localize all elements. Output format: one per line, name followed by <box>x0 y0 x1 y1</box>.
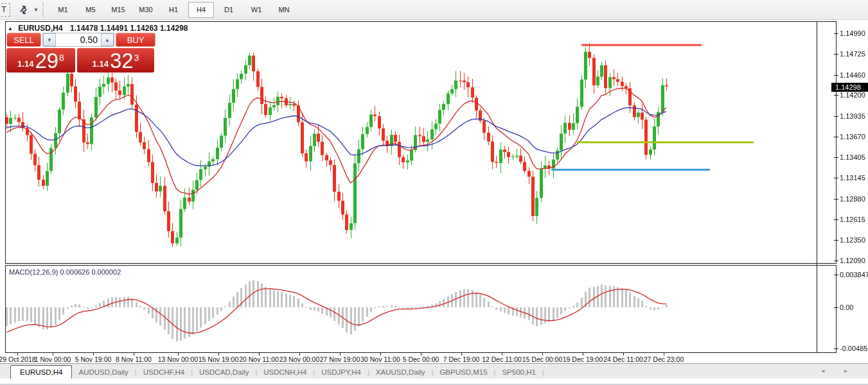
price-axis-label: 1.12880 <box>840 195 865 203</box>
chart-tabs-bar: EURUSD,H4AUDUSD,Daily|USDCHF,H4|USDCAD,D… <box>0 363 868 379</box>
price-axis-label: 1.14725 <box>840 50 865 58</box>
macd-indicator-label: MACD(12,26,9) 0.000626 0.000002 <box>9 268 121 276</box>
chart-tab-usdcnh-h4[interactable]: USDCNH,H4 <box>257 366 313 379</box>
toolbar-grip <box>42 3 44 17</box>
time-axis-label: 5 Dec 00:00 <box>403 355 439 363</box>
sell-price-main: 29 <box>35 51 58 71</box>
timeframe-button-m1[interactable]: M1 <box>50 2 76 18</box>
price-axis-tick <box>834 116 838 117</box>
timeframe-button-h1[interactable]: H1 <box>161 2 186 18</box>
timeframe-button-m30[interactable]: M30 <box>133 2 159 18</box>
chart-tab-audusd-daily[interactable]: AUDUSD,Daily <box>72 366 134 379</box>
price-axis-label: 1.14990 <box>840 30 865 37</box>
price-axis-label: 1.13145 <box>840 174 865 182</box>
time-axis-label: 23 Nov 00:00 <box>279 355 319 363</box>
time-axis-label: 30 Nov 11:00 <box>360 355 400 363</box>
chart-tab-sp500-h1[interactable]: SP500,H1 <box>495 366 542 379</box>
tabs-scroll-icons[interactable]: ◂ ▸ <box>821 367 856 374</box>
time-axis-label: 19 Dec 19:00 <box>563 355 603 363</box>
time-axis-label: 29 Oct 2018 <box>0 355 36 363</box>
sell-price-sup: 8 <box>59 54 64 62</box>
macd-axis-tick <box>834 275 838 275</box>
macd-axis-label: 0.003847 <box>840 271 868 278</box>
chart-tab-gbpusd-m15[interactable]: GBPUSD,M15 <box>433 366 493 379</box>
price-axis-tick <box>834 261 838 261</box>
time-axis-label: 20 Nov 11:00 <box>239 355 279 363</box>
tab-separator: | <box>542 368 544 379</box>
time-axis-label: 27 Nov 19:00 <box>320 355 360 363</box>
price-axis-label: 1.12090 <box>840 257 865 264</box>
volume-increase-button[interactable]: ▲ <box>101 33 114 46</box>
price-axis-label: 1.13405 <box>840 153 865 161</box>
volume-input[interactable] <box>56 33 101 46</box>
arrows-dropdown-caret-icon[interactable]: ▼ <box>33 7 39 13</box>
chart-title: ▲ EURUSD,H4 1.14478 1.14491 1.14263 1.14… <box>8 24 188 33</box>
time-axis-label: 24 Dec 11:00 <box>603 355 643 363</box>
chart-ohlc-values: 1.14478 1.14491 1.14263 1.14298 <box>70 24 188 33</box>
sell-button[interactable]: SELL <box>6 33 41 47</box>
chart-symbol: EURUSD,H4 <box>18 24 62 33</box>
timeframe-button-m15[interactable]: M15 <box>105 2 131 18</box>
price-axis-tick <box>834 219 838 220</box>
time-axis-label: 15 Dec 00:00 <box>522 355 562 363</box>
timeframe-button-mn[interactable]: MN <box>271 2 297 18</box>
macd-axis-label: 0.00 <box>840 304 853 311</box>
sell-price-display[interactable]: 1.14 29 8 <box>6 48 75 73</box>
buy-price-sup: 3 <box>134 54 139 62</box>
time-axis-label: 8 Nov 11:00 <box>116 355 152 363</box>
price-axis-tick <box>834 75 838 76</box>
macd-axis-tick <box>834 348 838 349</box>
time-axis-label: 15 Nov 19:00 <box>199 355 238 363</box>
timeframe-button-w1[interactable]: W1 <box>244 2 269 18</box>
price-axis-label: 1.14460 <box>840 71 865 79</box>
sell-price-prefix: 1.14 <box>17 58 33 71</box>
price-axis-tick <box>834 95 838 96</box>
chart-window: ▲ EURUSD,H4 1.14478 1.14491 1.14263 1.14… <box>0 20 868 363</box>
volume-decrease-button[interactable]: ▼ <box>43 33 56 46</box>
timeframe-button-m5[interactable]: M5 <box>78 2 103 18</box>
current-price-tag: 1.14298 <box>831 83 868 92</box>
one-click-trading-panel: SELL ▼ ▲ BUY 1.14 29 8 1.14 32 3 <box>6 33 155 73</box>
volume-control: ▼ ▲ <box>42 33 114 47</box>
chart-tab-eurusd-h4[interactable]: EURUSD,H4 <box>10 365 72 380</box>
buy-price-display[interactable]: 1.14 32 3 <box>77 48 154 73</box>
arrows-tool-icon[interactable] <box>17 3 32 16</box>
price-axis-tick <box>834 157 838 158</box>
price-axis-tick <box>834 240 838 241</box>
time-axis-label: 7 Dec 19:00 <box>443 355 480 363</box>
time-axis-label: 27 Dec 23:00 <box>644 355 684 363</box>
time-axis-label: 13 Nov 00:00 <box>158 355 198 363</box>
price-axis-tick <box>834 199 838 200</box>
timeframe-button-d1[interactable]: D1 <box>216 2 242 18</box>
time-axis-label: 5 Nov 19:00 <box>75 355 112 363</box>
text-tool-icon[interactable]: T <box>0 3 10 17</box>
macd-canvas[interactable] <box>6 266 836 352</box>
chart-tab-usdjpy-h4[interactable]: USDJPY,H4 <box>315 366 368 379</box>
price-axis-label: 1.13670 <box>840 133 865 141</box>
chart-tab-usdchf-h4[interactable]: USDCHF,H4 <box>137 366 191 379</box>
buy-price-prefix: 1.14 <box>93 58 109 71</box>
macd-axis-label: -0.004856 <box>840 345 868 352</box>
price-axis-label: 1.13935 <box>840 112 865 120</box>
time-axis-label: 1 Nov 00:00 <box>35 355 71 363</box>
chart-tab-xauusd-daily[interactable]: XAUUSD,Daily <box>369 366 432 379</box>
price-axis-label: 1.12615 <box>840 216 865 223</box>
application-window: T ▼ M1M5M15M30H1H4D1W1MN ▲ EURUSD,H4 1.1… <box>0 0 868 385</box>
chart-tab-usdcad-daily[interactable]: USDCAD,Daily <box>193 366 255 379</box>
bottom-strip <box>0 379 868 385</box>
timeframe-toolbar: M1M5M15M30H1H4D1W1MN <box>50 2 299 18</box>
top-toolbar: T ▼ M1M5M15M30H1H4D1W1MN <box>0 0 868 20</box>
price-axis-tick <box>834 178 838 178</box>
macd-axis-tick <box>834 307 838 308</box>
price-axis-tick <box>834 33 838 34</box>
price-axis-tick <box>834 54 838 55</box>
price-axis-label: 1.14200 <box>840 91 865 99</box>
price-axis-tick <box>834 137 838 137</box>
collapse-triangle-icon[interactable]: ▲ <box>8 26 13 31</box>
buy-button[interactable]: BUY <box>116 33 155 47</box>
time-axis-label: 12 Dec 11:00 <box>482 355 522 363</box>
buy-price-main: 32 <box>110 51 134 71</box>
plot-right-border <box>817 21 817 353</box>
price-axis-label: 1.12350 <box>840 236 865 244</box>
timeframe-button-h4[interactable]: H4 <box>188 2 214 18</box>
